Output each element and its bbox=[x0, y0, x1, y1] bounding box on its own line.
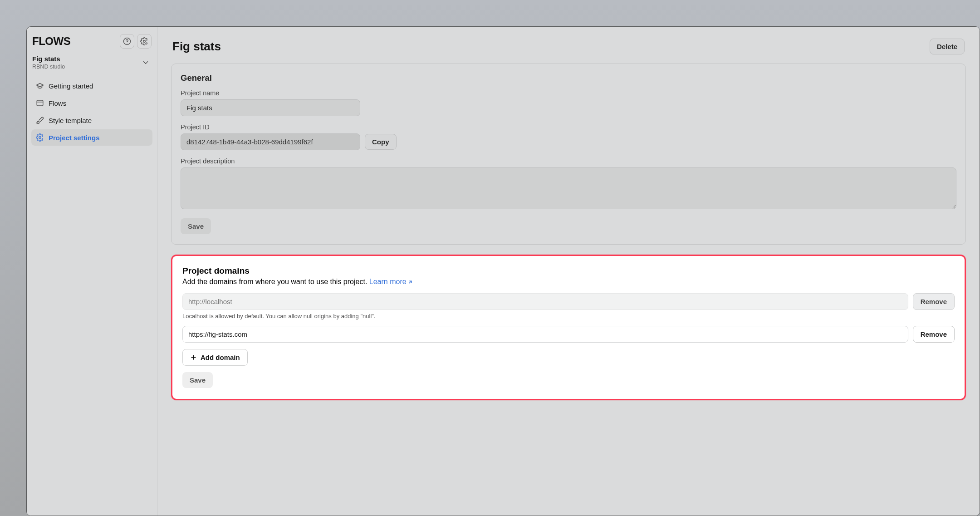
sidebar-item-flows[interactable]: Flows bbox=[31, 95, 152, 111]
delete-button[interactable]: Delete bbox=[930, 39, 965, 54]
domains-subtitle: Add the domains from where you want to u… bbox=[182, 278, 955, 286]
domains-subtitle-text: Add the domains from where you want to u… bbox=[182, 278, 367, 285]
project-switcher[interactable]: Fig stats RBND studio bbox=[31, 52, 152, 75]
project-id-label: Project ID bbox=[181, 123, 956, 131]
general-card: General Project name Project ID Copy Pro… bbox=[171, 64, 966, 245]
main-content: Fig stats Delete General Project name Pr… bbox=[157, 27, 980, 516]
sidebar-item-label: Flows bbox=[49, 99, 66, 107]
sidebar-item-getting-started[interactable]: Getting started bbox=[31, 78, 152, 94]
sidebar: FLOWS Fig stats RBND studio bbox=[27, 27, 157, 516]
svg-point-2 bbox=[143, 40, 146, 43]
domain-input-1[interactable] bbox=[182, 326, 908, 343]
project-switch-name: Fig stats bbox=[32, 55, 65, 64]
project-desc-label: Project description bbox=[181, 157, 956, 165]
general-save-button[interactable]: Save bbox=[181, 218, 211, 234]
project-desc-input[interactable] bbox=[181, 167, 956, 209]
gear-icon bbox=[140, 37, 148, 45]
page-title: Fig stats bbox=[172, 39, 221, 54]
brush-icon bbox=[36, 116, 44, 124]
plus-icon bbox=[190, 354, 197, 361]
project-switch-org: RBND studio bbox=[32, 64, 65, 71]
sidebar-item-label: Getting started bbox=[49, 82, 93, 90]
domains-save-button[interactable]: Save bbox=[182, 372, 213, 388]
logo: FLOWS bbox=[32, 35, 70, 48]
svg-point-5 bbox=[39, 137, 41, 139]
settings-button[interactable] bbox=[137, 34, 152, 49]
add-domain-button[interactable]: Add domain bbox=[182, 349, 248, 366]
graduation-cap-icon bbox=[36, 82, 44, 90]
learn-more-label: Learn more bbox=[369, 278, 407, 286]
project-id-field[interactable] bbox=[181, 133, 360, 150]
add-domain-label: Add domain bbox=[201, 354, 240, 361]
project-name-input[interactable] bbox=[181, 99, 360, 116]
domains-card: Project domains Add the domains from whe… bbox=[171, 255, 966, 400]
sidebar-item-project-settings[interactable]: Project settings bbox=[31, 129, 152, 146]
project-name-label: Project name bbox=[181, 89, 956, 97]
copy-button[interactable]: Copy bbox=[365, 134, 397, 150]
layout-icon bbox=[36, 99, 44, 107]
help-button[interactable] bbox=[120, 34, 134, 49]
domain-remove-0[interactable]: Remove bbox=[913, 293, 955, 310]
gear-icon bbox=[36, 133, 44, 142]
app-window: FLOWS Fig stats RBND studio bbox=[26, 26, 980, 516]
external-link-icon bbox=[408, 280, 413, 285]
chevron-down-icon bbox=[142, 59, 150, 67]
svg-rect-3 bbox=[37, 100, 43, 106]
domain-remove-1[interactable]: Remove bbox=[913, 326, 955, 343]
sidebar-item-label: Project settings bbox=[49, 134, 100, 142]
localhost-help: Localhost is allowed by default. You can… bbox=[182, 313, 955, 319]
domain-input-0[interactable] bbox=[182, 293, 908, 310]
learn-more-link[interactable]: Learn more bbox=[369, 278, 413, 286]
general-heading: General bbox=[181, 73, 956, 83]
sidebar-nav: Getting started Flows Style template Pro… bbox=[31, 78, 152, 146]
question-icon bbox=[123, 37, 131, 45]
sidebar-item-style-template[interactable]: Style template bbox=[31, 112, 152, 128]
sidebar-item-label: Style template bbox=[49, 117, 92, 124]
domains-heading: Project domains bbox=[182, 266, 955, 276]
